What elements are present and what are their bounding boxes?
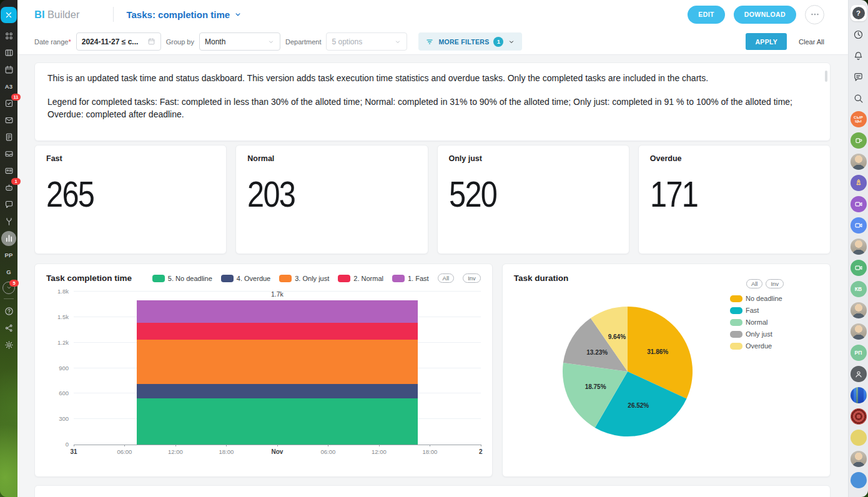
- pie-slice-label: 18.75%: [584, 383, 606, 390]
- legend-swatch: [152, 275, 165, 282]
- close-button[interactable]: [1, 7, 17, 23]
- legend-swatch: [730, 307, 742, 314]
- sidebar-item-pp[interactable]: PP: [1, 248, 16, 263]
- legend-item[interactable]: 4. Overdue: [221, 275, 270, 282]
- sidebar-item-help[interactable]: [1, 304, 16, 319]
- x-tick: [481, 445, 481, 446]
- sidebar-item-calendar[interactable]: [1, 62, 16, 77]
- sidebar-item-inbox[interactable]: [1, 147, 16, 162]
- apply-button[interactable]: APPLY: [746, 33, 787, 50]
- avatar: РП: [851, 345, 867, 361]
- avatar-photo-2[interactable]: [851, 239, 867, 255]
- avatar-video-3[interactable]: [851, 260, 867, 276]
- avatar: [851, 472, 867, 488]
- legend-item[interactable]: Overdue: [730, 342, 800, 350]
- avatar: [851, 239, 867, 255]
- avatar-photo-3[interactable]: [851, 302, 867, 318]
- x-tick-label: 12:00: [168, 448, 183, 455]
- help[interactable]: ?: [851, 5, 867, 21]
- messages-icon[interactable]: [851, 69, 867, 85]
- dashboard-title-dropdown[interactable]: Tasks: completion time: [126, 9, 242, 20]
- sidebar-item-tools[interactable]: [1, 214, 16, 229]
- next-card-partial: [34, 485, 831, 497]
- legend-inv-button[interactable]: Inv: [766, 279, 784, 288]
- legend-item[interactable]: Fast: [730, 307, 800, 314]
- legend-item[interactable]: 3. Only just: [279, 275, 329, 282]
- avatar-video-2[interactable]: [851, 217, 867, 234]
- sidebar-item-kanban[interactable]: [1, 46, 16, 61]
- notifications-icon[interactable]: [851, 47, 867, 64]
- avatar: [851, 408, 867, 425]
- sidebar-item-contacts[interactable]: [1, 164, 16, 179]
- avatar-cup[interactable]: [851, 132, 867, 149]
- avatar: СЫРЦЫ: [851, 111, 867, 127]
- avatar-rocket[interactable]: [851, 175, 867, 191]
- avatar-rp[interactable]: РП: [851, 345, 867, 361]
- sidebar-item-bot[interactable]: 1: [1, 180, 16, 195]
- bar-chart: 03006009001.2k1.5k1.8k 1.7k3106:0012:001…: [46, 292, 481, 445]
- header-divider: [113, 7, 114, 22]
- more-options-button[interactable]: [805, 5, 824, 24]
- legend-inv-button[interactable]: Inv: [463, 273, 481, 283]
- sidebar-item-share[interactable]: [1, 321, 16, 336]
- sidebar-item-documents[interactable]: [1, 130, 16, 145]
- legend-all-button[interactable]: All: [746, 279, 763, 288]
- x-tick-label: 31: [70, 448, 77, 455]
- legend-item[interactable]: 5. No deadline: [152, 275, 212, 282]
- pie-legend-buttons: AllInv: [730, 279, 800, 288]
- pie-slice-label: 13.23%: [586, 349, 608, 356]
- stacked-bar[interactable]: [137, 300, 418, 445]
- kpi-value: 265: [46, 173, 188, 215]
- department-select[interactable]: 5 options: [326, 32, 407, 51]
- legend-swatch: [730, 331, 742, 338]
- avatar-pattern[interactable]: [851, 408, 867, 425]
- search-icon[interactable]: [851, 90, 867, 106]
- y-tick-label: 1.8k: [57, 288, 69, 295]
- kpi-value: 171: [650, 173, 792, 215]
- sidebar-item-apps[interactable]: [1, 29, 16, 44]
- sidebar-item-settings[interactable]: [1, 338, 16, 353]
- avatar-video-1[interactable]: [851, 196, 867, 212]
- avatar-silhouette[interactable]: [851, 366, 867, 382]
- avatar-photo-1[interactable]: [851, 154, 867, 170]
- legend-item[interactable]: No deadline: [730, 295, 800, 302]
- sidebar-item-g[interactable]: G: [1, 265, 16, 280]
- sidebar-item-mail[interactable]: [1, 113, 16, 128]
- calendar-icon: [147, 37, 155, 46]
- avatar-kv[interactable]: КВ: [851, 281, 867, 297]
- avatar-syrtsy[interactable]: СЫРЦЫ: [851, 111, 867, 127]
- sidebar-item-analytics[interactable]: [1, 231, 16, 246]
- legend-item[interactable]: 2. Normal: [338, 275, 383, 282]
- avatar-pixel[interactable]: [851, 387, 867, 403]
- download-button[interactable]: DOWNLOAD: [734, 6, 796, 24]
- x-tick-label: Nov: [271, 448, 283, 455]
- avatar-cartoon[interactable]: [851, 430, 867, 446]
- sidebar-item-tasks[interactable]: 11: [1, 96, 16, 111]
- edit-button[interactable]: EDIT: [688, 6, 725, 24]
- legend-all-button[interactable]: All: [438, 273, 455, 283]
- avatar-photo-4[interactable]: [851, 323, 867, 340]
- group-by-select[interactable]: Month: [199, 32, 280, 51]
- legend-item[interactable]: Normal: [730, 318, 800, 326]
- legend-item[interactable]: Only just: [730, 330, 800, 338]
- sidebar-item-chat[interactable]: [1, 197, 16, 212]
- avatar-partial[interactable]: [851, 472, 867, 488]
- sidebar-item-a3[interactable]: A3: [1, 79, 16, 94]
- kpi-value: 203: [247, 173, 389, 215]
- department-label: Department: [285, 38, 321, 46]
- scrollbar-thumb[interactable]: [825, 71, 827, 82]
- history-icon[interactable]: [851, 26, 867, 42]
- filter-icon: [425, 37, 434, 46]
- more-filters-button[interactable]: MORE FILTERS 1: [418, 32, 522, 51]
- clear-all-link[interactable]: Clear All: [799, 38, 824, 46]
- legend-swatch: [279, 275, 292, 282]
- avatar: [851, 387, 867, 403]
- sidebar-item-more[interactable]: 5: [2, 282, 15, 294]
- legend-item[interactable]: 1. Fast: [392, 275, 429, 282]
- x-tick: [124, 445, 125, 446]
- bar-chart-title: Task completion time: [46, 273, 132, 283]
- avatar-photo-5[interactable]: [851, 451, 867, 467]
- y-tick-label: 0: [66, 441, 69, 448]
- date-range-input[interactable]: 2024-11-27 ≤ c...: [76, 32, 161, 51]
- app-header: BI Builder Tasks: completion time EDIT D…: [17, 0, 848, 29]
